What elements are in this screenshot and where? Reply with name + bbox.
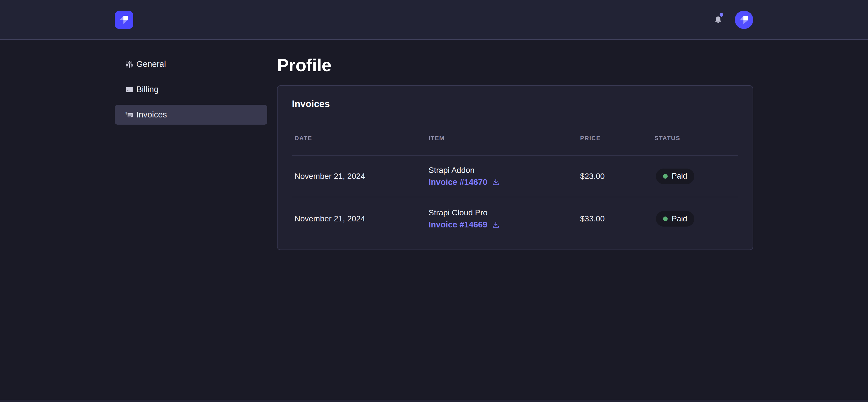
invoices-card-title: Invoices <box>292 98 738 110</box>
invoice-date: November 21, 2024 <box>292 214 426 223</box>
sidebar-item-billing[interactable]: Billing <box>115 80 267 99</box>
column-header-status: Status <box>652 135 738 142</box>
status-badge: Paid <box>656 168 694 184</box>
table-header-row: Date Item Price Status <box>292 135 738 156</box>
status-label: Paid <box>672 215 687 223</box>
invoice-status-cell: Paid <box>652 211 738 226</box>
sidebar-item-label: Billing <box>136 85 158 94</box>
invoice-price: $23.00 <box>578 172 652 181</box>
paid-dot-icon <box>663 217 668 221</box>
invoice-number-link[interactable]: Invoice #14669 <box>429 220 487 229</box>
invoice-price: $33.00 <box>578 214 652 223</box>
invoices-card: Invoices Date Item Price Status November… <box>277 85 753 250</box>
settings-sidebar: General Billing $ <box>115 54 267 130</box>
window-bottom-edge <box>0 400 868 402</box>
strapi-logo[interactable] <box>115 11 133 29</box>
top-navigation-bar <box>0 0 868 40</box>
invoice-item-name: Strapi Cloud Pro <box>429 208 578 217</box>
sliders-icon <box>125 60 134 69</box>
invoice-item-name: Strapi Addon <box>429 166 578 175</box>
page-title: Profile <box>277 55 753 75</box>
sidebar-item-label: General <box>136 59 166 69</box>
download-icon[interactable] <box>492 178 500 186</box>
download-icon[interactable] <box>492 220 500 229</box>
sidebar-item-general[interactable]: General <box>115 54 267 74</box>
invoice-icon: $ <box>125 111 134 119</box>
status-badge: Paid <box>656 211 694 226</box>
column-header-date: Date <box>292 135 426 142</box>
invoice-number-link[interactable]: Invoice #14670 <box>429 178 487 187</box>
strapi-logo-icon <box>115 11 133 29</box>
table-row: November 21, 2024 Strapi Addon Invoice #… <box>292 156 738 197</box>
paid-dot-icon <box>663 174 668 179</box>
notification-dot <box>720 13 723 17</box>
column-header-price: Price <box>578 135 652 142</box>
column-header-item: Item <box>426 135 578 142</box>
strapi-avatar-icon <box>735 11 753 29</box>
profile-page: { "header": { "logo_icon": "strapi-logo"… <box>0 0 868 402</box>
invoice-item-cell: Strapi Addon Invoice #14670 <box>426 166 578 187</box>
invoice-item-cell: Strapi Cloud Pro Invoice #14669 <box>426 208 578 229</box>
status-label: Paid <box>672 172 687 181</box>
topbar-actions <box>712 11 753 29</box>
main-content: Profile Invoices Date Item Price Status … <box>277 55 753 250</box>
table-row: November 21, 2024 Strapi Cloud Pro Invoi… <box>292 197 738 240</box>
page-layout: General Billing $ <box>0 40 868 250</box>
invoice-date: November 21, 2024 <box>292 172 426 181</box>
svg-text:$: $ <box>125 111 127 115</box>
sidebar-item-label: Invoices <box>136 110 167 119</box>
notifications-button[interactable] <box>712 13 724 26</box>
user-avatar[interactable] <box>735 11 753 29</box>
sidebar-item-invoices[interactable]: $ Invoices <box>115 105 267 125</box>
credit-card-icon <box>125 85 134 94</box>
invoice-status-cell: Paid <box>652 168 738 184</box>
